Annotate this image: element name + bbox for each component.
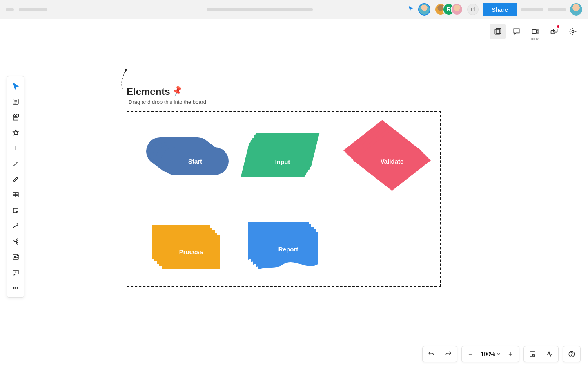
share-button[interactable]: Share [483, 3, 517, 16]
current-user-avatar[interactable] [418, 3, 430, 16]
zoom-in-button[interactable] [502, 346, 519, 362]
header-action-placeholder[interactable] [548, 8, 566, 11]
profile-avatar[interactable] [570, 3, 582, 16]
top-bar: R +1 Share [0, 0, 588, 19]
top-bar-right: R +1 Share [408, 3, 582, 16]
shape-stack-process[interactable]: Process [152, 225, 222, 269]
map-group [523, 346, 559, 362]
shape-stack-input[interactable]: Input [246, 133, 319, 179]
section-title-text: Elements [127, 86, 170, 97]
help-group [563, 346, 581, 362]
top-bar-mid [117, 8, 403, 11]
redo-button[interactable] [440, 346, 457, 362]
pin-icon: 📌 [171, 85, 184, 97]
chevron-down-icon [497, 352, 500, 356]
shape-stack-start[interactable]: Start [146, 137, 229, 177]
menu-placeholder[interactable] [6, 8, 14, 11]
zoom-group: 100% [461, 346, 519, 362]
zoom-out-button[interactable] [462, 346, 479, 362]
section-subtitle: Drag and drop this into the board. [129, 99, 208, 105]
canvas[interactable]: Elements 📌 Drag and drop this into the b… [0, 19, 588, 368]
minimap-button[interactable] [524, 346, 541, 362]
shape-stack-validate[interactable]: Validate [343, 120, 429, 192]
undo-button[interactable] [423, 346, 440, 362]
shape-stack-report[interactable]: Report [248, 222, 320, 271]
collaborator-avatars[interactable]: R [434, 3, 463, 16]
top-bar-left [6, 8, 112, 11]
bottom-bar: 100% [422, 346, 581, 362]
svg-point-40 [571, 355, 572, 356]
help-button[interactable] [563, 346, 580, 362]
collaborator-avatar[interactable] [451, 3, 463, 16]
zoom-value: 100% [481, 351, 495, 357]
title-placeholder[interactable] [19, 8, 47, 11]
section-title[interactable]: Elements 📌 [127, 86, 183, 97]
presence-cursor-icon [408, 5, 414, 13]
more-collaborators[interactable]: +1 [467, 4, 479, 15]
zoom-level[interactable]: 100% [479, 351, 502, 357]
board-title-placeholder[interactable] [207, 8, 313, 11]
header-action-placeholder[interactable] [521, 8, 543, 11]
undo-redo-group [422, 346, 457, 362]
activity-button[interactable] [541, 346, 558, 362]
